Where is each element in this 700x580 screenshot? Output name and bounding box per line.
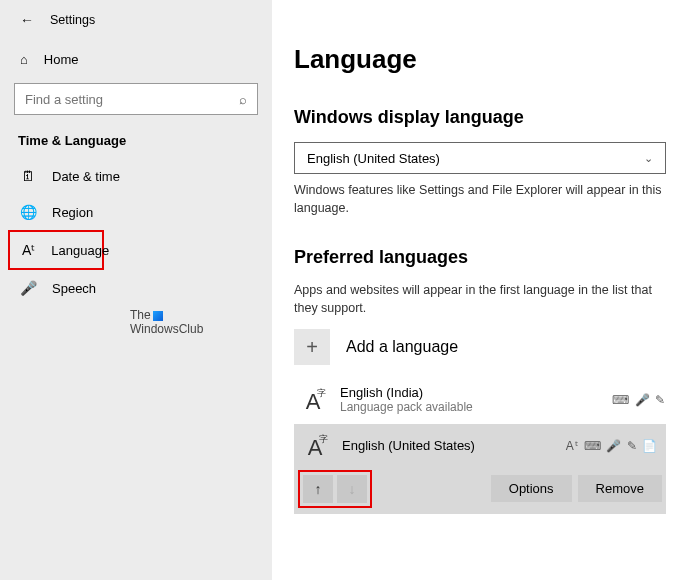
nav-label: Language xyxy=(51,243,109,258)
calendar-icon: 🗓 xyxy=(20,168,36,184)
options-button[interactable]: Options xyxy=(491,475,572,502)
language-glyph-icon: 字A xyxy=(298,436,332,456)
watermark: The WindowsClub xyxy=(130,308,203,337)
language-glyph-icon: 字A xyxy=(296,390,330,410)
lang-sub: Language pack available xyxy=(340,400,612,414)
nav-home[interactable]: ⌂ Home xyxy=(0,42,272,77)
logo-square-icon xyxy=(153,311,163,321)
language-icon: Aᵗ xyxy=(22,242,35,258)
move-up-button[interactable]: ↑ xyxy=(303,475,333,503)
remove-button[interactable]: Remove xyxy=(578,475,662,502)
dropdown-value: English (United States) xyxy=(307,151,440,166)
nav-language[interactable]: Aᵗ Language xyxy=(10,232,102,268)
home-label: Home xyxy=(44,52,79,67)
search-input[interactable] xyxy=(25,92,239,107)
plus-icon: + xyxy=(294,329,330,365)
nav-date-time[interactable]: 🗓 Date & time xyxy=(0,158,272,194)
lang-name: English (United States) xyxy=(342,438,566,453)
nav-speech[interactable]: 🎤 Speech xyxy=(0,270,272,306)
pref-desc: Apps and websites will appear in the fir… xyxy=(294,282,666,317)
section-pref-heading: Preferred languages xyxy=(294,247,680,268)
category-title: Time & Language xyxy=(0,127,272,158)
nav-label: Speech xyxy=(52,281,96,296)
back-icon[interactable]: ← xyxy=(20,12,34,28)
reorder-controls: ↑ ↓ xyxy=(298,470,372,508)
move-down-button[interactable]: ↓ xyxy=(337,475,367,503)
language-item-india[interactable]: 字A English (India) Language pack availab… xyxy=(294,379,666,420)
lang-badges: Aᵗ ⌨ 🎤 ✎ 📄 xyxy=(566,439,658,453)
page-title: Language xyxy=(294,44,680,75)
nav-label: Region xyxy=(52,205,93,220)
display-language-desc: Windows features like Settings and File … xyxy=(294,182,666,217)
lang-badges: ⌨ 🎤 ✎ xyxy=(612,393,666,407)
mic-icon: 🎤 xyxy=(20,280,36,296)
section-display-heading: Windows display language xyxy=(294,107,680,128)
nav-region[interactable]: 🌐 Region xyxy=(0,194,272,230)
nav-label: Date & time xyxy=(52,169,120,184)
add-language-label: Add a language xyxy=(346,338,458,356)
display-language-dropdown[interactable]: English (United States) ⌄ xyxy=(294,142,666,174)
search-box[interactable]: ⌕ xyxy=(14,83,258,115)
globe-icon: 🌐 xyxy=(20,204,36,220)
search-icon: ⌕ xyxy=(239,92,247,107)
chevron-down-icon: ⌄ xyxy=(644,152,653,165)
lang-name: English (India) xyxy=(340,385,612,400)
add-language-button[interactable]: + Add a language xyxy=(294,329,680,365)
language-item-us[interactable]: 字A English (United States) Aᵗ ⌨ 🎤 ✎ 📄 xyxy=(296,430,658,462)
window-title: Settings xyxy=(50,13,95,27)
home-icon: ⌂ xyxy=(20,52,28,67)
